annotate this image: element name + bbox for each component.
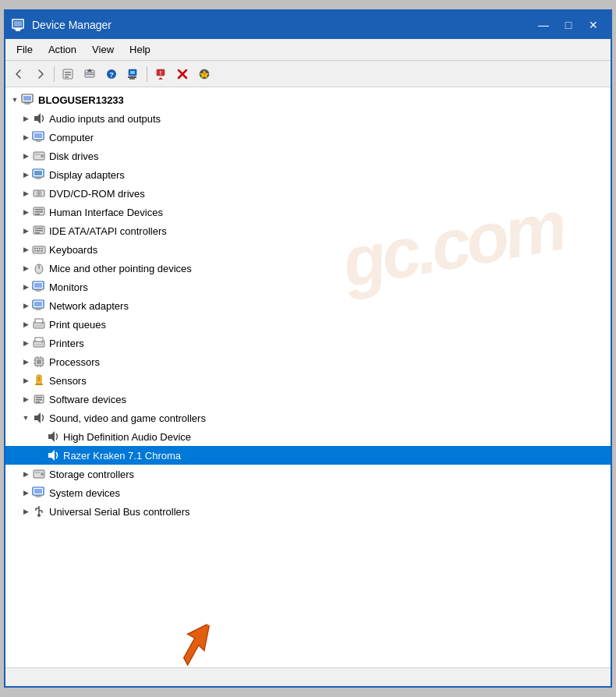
minimize-button[interactable]: — [533,16,554,34]
sound-icon [32,411,46,425]
expand-disk[interactable]: ▶ [19,150,32,162]
expand-mice[interactable]: ▶ [19,262,32,274]
svg-point-79 [41,341,43,343]
expand-software[interactable]: ▶ [19,393,32,405]
svg-rect-51 [35,230,43,232]
tree-item-usb[interactable]: ▶ Universal Serial Bus controllers [5,502,611,521]
forward-button[interactable] [30,64,51,84]
svg-marker-97 [34,412,41,423]
svg-rect-91 [38,377,40,381]
tree-item-storage[interactable]: ▶ Storage controllers [5,465,611,483]
tree-item-print-queues[interactable]: ▶ Print queues [5,315,611,334]
svg-rect-56 [39,248,41,249]
svg-rect-15 [130,71,135,74]
menu-view[interactable]: View [84,41,122,58]
scan-button[interactable] [123,64,143,84]
hd-audio-icon [46,430,60,444]
svg-rect-16 [128,76,136,78]
computer-icon2 [32,130,46,144]
tree-item-hid[interactable]: ▶ Human Interface Devices [5,203,611,221]
svg-rect-71 [36,310,41,311]
expand-system[interactable]: ▶ [19,486,32,499]
add-hardware-button[interactable] [194,64,214,84]
svg-rect-70 [34,308,42,310]
expand-processors[interactable]: ▶ [19,356,32,368]
tree-item-audio[interactable]: ▶ Audio inputs and outputs [5,109,611,128]
tree-item-dvd[interactable]: ▶ DVD/CD-ROM drives [5,184,611,203]
tree-item-ide[interactable]: ▶ IDE ATA/ATAPI controllers [5,221,611,240]
maximize-button[interactable]: □ [558,16,579,34]
tree-item-processors[interactable]: ▶ Processors [5,352,611,371]
disk-label: Disk drives [49,150,99,162]
expand-computer[interactable]: ▶ [19,131,32,143]
help-button[interactable]: ? [101,64,122,84]
svg-rect-34 [36,141,41,143]
tree-item-keyboard[interactable]: ▶ Keyboards [5,240,611,259]
tree-item-mice[interactable]: ▶ Mice and other pointing devices [5,259,611,278]
disk-icon [32,149,46,163]
tree-item-monitors[interactable]: ▶ Monitors [5,278,611,296]
expand-hid[interactable]: ▶ [19,206,32,218]
expand-storage[interactable]: ▶ [19,468,32,480]
content-area[interactable]: gc.com ▼ BLOGUSER13233 ▶ [5,87,611,667]
tree-item-sound[interactable]: ▼ Sound, video and game controllers [5,409,611,427]
tree-item-system[interactable]: ▶ System devices [5,483,611,502]
tree-item-sensors[interactable]: ▶ Sensors [5,371,611,390]
monitors-label: Monitors [49,281,88,293]
tree-root[interactable]: ▼ BLOGUSER13233 [5,90,611,109]
sound-label: Sound, video and game controllers [49,412,206,424]
network-icon [32,299,46,313]
tree-item-printers[interactable]: ▶ Printers [5,334,611,352]
svg-point-75 [41,323,43,324]
tree-item-network[interactable]: ▶ Network adapters [5,296,611,315]
printers-label: Printers [49,338,84,349]
menu-action[interactable]: Action [41,41,84,58]
tree-item-display[interactable]: ▶ Display adapters [5,165,611,184]
expand-ide[interactable]: ▶ [19,225,32,237]
close-button[interactable]: ✕ [582,16,604,34]
uninstall-button[interactable] [172,64,193,84]
expand-network[interactable]: ▶ [19,299,32,312]
update-driver-button[interactable] [80,64,100,84]
expand-root[interactable]: ▼ [9,94,21,106]
sensors-label: Sensors [49,375,87,387]
razer-label: Razer Kraken 7.1 Chroma [63,450,181,462]
properties-button[interactable] [58,64,78,84]
expand-print-queues[interactable]: ▶ [19,318,32,331]
menu-file[interactable]: File [9,41,41,58]
disable-button[interactable]: ! [150,64,171,84]
usb-label: Universal Serial Bus controllers [49,506,190,518]
expand-sound[interactable]: ▼ [19,412,32,424]
svg-rect-106 [34,495,42,497]
expand-keyboard[interactable]: ▶ [19,243,32,256]
svg-rect-40 [34,177,42,179]
back-button[interactable] [9,64,29,84]
expand-dvd[interactable]: ▶ [19,187,32,200]
expand-usb[interactable]: ▶ [19,505,32,518]
expand-audio[interactable]: ▶ [19,112,32,125]
svg-rect-50 [35,228,43,229]
svg-text:!: ! [160,70,161,76]
toolbar-separator-2 [147,66,147,82]
svg-rect-77 [35,338,43,341]
menu-help[interactable]: Help [122,41,158,58]
device-manager-window: Device Manager — □ ✕ File Action View He… [4,9,612,688]
svg-point-44 [38,193,40,194]
root-label: BLOGUSER13233 [38,94,124,106]
tree-item-disk[interactable]: ▶ Disk drives [5,147,611,165]
software-icon [32,392,46,406]
expand-sensors[interactable]: ▶ [19,374,32,387]
tree-item-razer[interactable]: Razer Kraken 7.1 Chroma [5,446,611,465]
hd-audio-label: High Definition Audio Device [63,431,191,443]
tree-item-software[interactable]: ▶ Software devices [5,390,611,409]
expand-display[interactable]: ▶ [19,168,32,181]
svg-rect-54 [34,248,36,249]
svg-rect-74 [35,325,43,327]
tree-item-hd-audio[interactable]: High Definition Audio Device [5,427,611,446]
svg-rect-41 [36,179,41,180]
expand-monitors[interactable]: ▶ [19,281,32,293]
expand-printers[interactable]: ▶ [19,337,32,349]
svg-rect-57 [41,248,43,249]
window-icon [12,18,26,32]
tree-item-computer[interactable]: ▶ Computer [5,128,611,147]
